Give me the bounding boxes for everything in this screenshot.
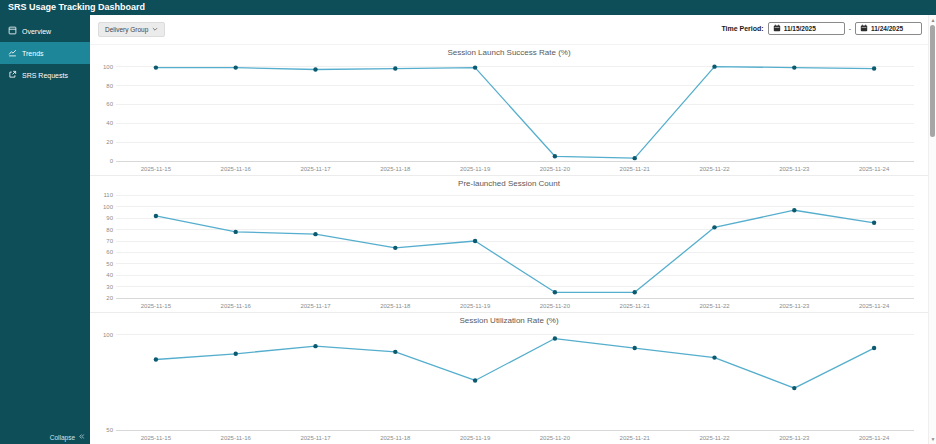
data-point[interactable] (393, 66, 397, 70)
data-point[interactable] (872, 221, 876, 225)
data-point[interactable] (234, 65, 238, 69)
data-point[interactable] (313, 344, 317, 348)
vertical-scrollbar[interactable]: ▲ ▼ (928, 15, 936, 444)
data-point[interactable] (712, 355, 716, 359)
chart-session-launch-success-rate: Session Launch Success Rate (%)100806040… (90, 44, 928, 175)
data-point[interactable] (792, 65, 796, 69)
chart-pre-launched-session-count: Pre-launched Session Count11010090807060… (90, 175, 928, 312)
filter-bar: Delivery Group Time Period: - (90, 15, 928, 44)
y-tick-label: 20 (106, 295, 113, 301)
data-point[interactable] (313, 67, 317, 71)
main-content: Delivery Group Time Period: - Sessi (90, 15, 928, 444)
x-tick-label: 2025-11-20 (540, 435, 571, 441)
x-tick-label: 2025-11-16 (221, 166, 252, 172)
y-tick-label: 50 (106, 261, 113, 267)
x-tick-label: 2025-11-23 (779, 166, 810, 172)
data-point[interactable] (712, 64, 716, 68)
trends-icon (8, 48, 17, 58)
data-point[interactable] (553, 336, 557, 340)
y-tick-label: 30 (106, 284, 113, 290)
overview-icon (8, 26, 17, 36)
app-header: SRS Usage Tracking Dashboard (0, 0, 936, 15)
data-point[interactable] (712, 225, 716, 229)
data-point[interactable] (234, 352, 238, 356)
x-tick-label: 2025-11-15 (141, 435, 172, 441)
chart-session-utilization-rate: Session Utilization Rate (%)100502025-11… (90, 312, 928, 444)
x-tick-label: 2025-11-24 (859, 166, 890, 172)
x-tick-label: 2025-11-22 (699, 435, 730, 441)
x-tick-label: 2025-11-17 (300, 435, 331, 441)
scrollbar-up-icon[interactable]: ▲ (929, 17, 936, 23)
y-tick-label: 20 (106, 139, 113, 145)
data-point[interactable] (792, 208, 796, 212)
date-field-end (855, 22, 922, 35)
data-point[interactable] (473, 378, 477, 382)
x-tick-label: 2025-11-21 (620, 435, 651, 441)
data-point[interactable] (393, 350, 397, 354)
page-title: SRS Usage Tracking Dashboard (8, 2, 145, 12)
date-field-start (768, 22, 845, 35)
data-point[interactable] (553, 154, 557, 158)
chart-svg: Session Launch Success Rate (%)100806040… (90, 45, 928, 175)
x-tick-label: 2025-11-17 (300, 303, 331, 309)
data-point[interactable] (154, 214, 158, 218)
delivery-group-dropdown[interactable]: Delivery Group (98, 22, 165, 37)
chart-title: Session Launch Success Rate (%) (447, 48, 571, 57)
x-tick-label: 2025-11-22 (699, 303, 730, 309)
chart-svg: Session Utilization Rate (%)100502025-11… (90, 313, 928, 444)
x-tick-label: 2025-11-23 (779, 435, 810, 441)
x-tick-label: 2025-11-17 (300, 166, 331, 172)
data-point[interactable] (872, 346, 876, 350)
series-line (156, 339, 874, 389)
time-period-group: Time Period: - (721, 22, 922, 35)
sidebar: Overview Trends SRS Requests Collapse (0, 15, 90, 444)
data-point[interactable] (154, 65, 158, 69)
sidebar-item-trends[interactable]: Trends (0, 42, 90, 64)
x-tick-label: 2025-11-21 (620, 166, 651, 172)
chart-svg: Pre-launched Session Count11010090807060… (90, 176, 928, 312)
data-point[interactable] (792, 386, 796, 390)
x-tick-label: 2025-11-20 (540, 166, 571, 172)
series-line (156, 210, 874, 292)
sidebar-item-label: SRS Requests (22, 72, 68, 79)
data-point[interactable] (633, 156, 637, 160)
data-point[interactable] (633, 290, 637, 294)
sidebar-collapse-button[interactable]: Collapse (50, 433, 85, 441)
chart-canvas-session-launch-success-rate: Session Launch Success Rate (%)100806040… (90, 45, 928, 175)
calendar-icon[interactable] (773, 24, 781, 33)
x-tick-label: 2025-11-15 (141, 303, 172, 309)
sidebar-item-overview[interactable]: Overview (0, 20, 90, 42)
time-period-start-input[interactable] (784, 25, 840, 32)
data-point[interactable] (313, 232, 317, 236)
external-link-icon (8, 70, 17, 80)
data-point[interactable] (393, 246, 397, 250)
y-tick-label: 110 (103, 192, 113, 198)
data-point[interactable] (473, 239, 477, 243)
calendar-icon[interactable] (860, 24, 868, 33)
y-tick-label: 60 (106, 101, 113, 107)
time-period-end-input[interactable] (871, 25, 917, 32)
y-tick-label: 90 (106, 215, 113, 221)
y-tick-label: 40 (106, 272, 113, 278)
scrollbar-down-icon[interactable]: ▼ (929, 436, 936, 442)
x-tick-label: 2025-11-19 (460, 166, 491, 172)
chart-title: Pre-launched Session Count (458, 179, 561, 188)
sidebar-item-srs-requests[interactable]: SRS Requests (0, 64, 90, 86)
data-point[interactable] (473, 65, 477, 69)
time-period-label: Time Period: (721, 25, 763, 32)
data-point[interactable] (154, 357, 158, 361)
y-tick-label: 100 (103, 332, 114, 338)
data-point[interactable] (234, 230, 238, 234)
chart-title: Session Utilization Rate (%) (459, 316, 558, 325)
chart-canvas-pre-launched-session-count: Pre-launched Session Count11010090807060… (90, 176, 928, 312)
x-tick-label: 2025-11-24 (859, 303, 890, 309)
data-point[interactable] (553, 290, 557, 294)
x-tick-label: 2025-11-18 (380, 435, 411, 441)
y-tick-label: 0 (110, 158, 114, 164)
scrollbar-thumb[interactable] (930, 25, 935, 137)
data-point[interactable] (633, 346, 637, 350)
y-tick-label: 40 (106, 120, 113, 126)
collapse-label: Collapse (50, 434, 75, 441)
data-point[interactable] (872, 66, 876, 70)
series-line (156, 67, 874, 159)
